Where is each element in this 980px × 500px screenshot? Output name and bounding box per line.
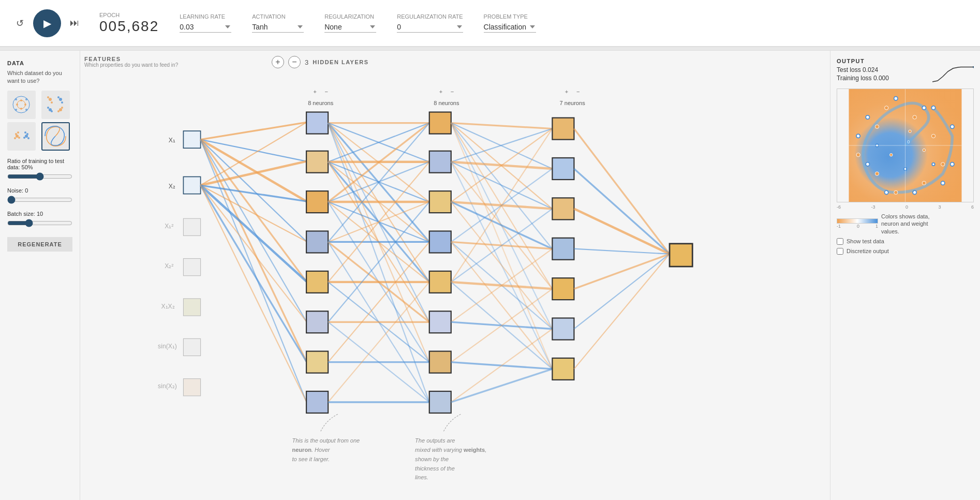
feat-x2-box[interactable]	[183, 177, 200, 194]
svg-point-24	[18, 137, 20, 139]
layer3-count: 7 neurons	[560, 100, 586, 106]
svg-line-112	[451, 369, 553, 402]
l1-n6[interactable]	[306, 311, 328, 333]
svg-point-13	[59, 108, 62, 111]
activation-select[interactable]: ReLUTanhSigmoidLinear	[252, 22, 304, 33]
l2-n1[interactable]	[429, 112, 451, 134]
l1-n3[interactable]	[306, 191, 328, 213]
svg-point-148	[913, 190, 916, 194]
svg-point-142	[922, 106, 926, 110]
reg-rate-select[interactable]: 00.0010.0030.010.030.10.31310	[397, 22, 463, 33]
svg-point-2	[15, 98, 17, 100]
feat-x1sq-box[interactable]	[183, 218, 200, 236]
svg-point-7	[20, 108, 22, 110]
l3-n2[interactable]	[552, 158, 574, 180]
l3-n7[interactable]	[552, 358, 574, 380]
svg-line-103	[451, 129, 553, 282]
l3-n1[interactable]	[552, 118, 574, 140]
svg-point-25	[14, 137, 16, 139]
feat-sinx2-box[interactable]	[183, 379, 200, 396]
svg-point-152	[931, 106, 935, 110]
main-layout: DATA Which dataset do you want to use?	[0, 51, 980, 500]
reg-rate-group: Regularization rate 00.0010.0030.010.030…	[397, 13, 463, 33]
dataset-grid	[7, 91, 72, 151]
svg-point-135	[922, 181, 926, 185]
ratio-label: Ratio of training to test data: 50%	[7, 158, 72, 170]
l1-n2[interactable]	[306, 151, 328, 173]
l1-n4[interactable]	[306, 231, 328, 253]
l2-n7[interactable]	[429, 351, 451, 373]
svg-text:This is the output from one: This is the output from one	[292, 437, 360, 444]
output-title: OUTPUT	[837, 58, 974, 64]
remove-layer-button[interactable]: −	[288, 56, 301, 68]
l2-n8[interactable]	[429, 391, 451, 413]
svg-point-31	[24, 131, 26, 134]
batch-slider[interactable]	[7, 219, 72, 227]
feat-x2-label: X₂	[169, 183, 175, 190]
show-test-checkbox[interactable]	[837, 238, 843, 245]
svg-point-151	[951, 125, 954, 128]
l3-n4[interactable]	[552, 238, 574, 260]
discretize-checkbox[interactable]	[837, 248, 843, 255]
svg-point-150	[951, 163, 954, 166]
l3-n3[interactable]	[552, 198, 574, 219]
l3-n5[interactable]	[552, 278, 574, 300]
annotation-1: This is the output from one neuron. Hove…	[292, 414, 360, 462]
feat-x1-label: X₁	[169, 137, 175, 144]
svg-point-10	[49, 98, 52, 101]
play-button[interactable]: ▶	[33, 9, 61, 37]
layer2-count: 8 neurons	[434, 100, 459, 106]
svg-point-26	[17, 131, 19, 134]
noise-slider-group: Noise: 0	[7, 187, 72, 205]
svg-line-34	[201, 140, 307, 201]
batch-label: Batch size: 10	[7, 211, 72, 217]
svg-point-155	[932, 163, 934, 166]
svg-point-144	[866, 115, 869, 119]
svg-line-104	[451, 209, 553, 282]
noise-slider[interactable]	[7, 196, 72, 204]
l2-n6[interactable]	[429, 311, 451, 333]
dataset-circle[interactable]	[7, 91, 36, 119]
regenerate-button[interactable]: REGENERATE	[7, 237, 72, 252]
feat-x1-box[interactable]	[183, 131, 200, 148]
regularization-label: Regularization	[324, 13, 376, 20]
svg-point-21	[51, 110, 53, 112]
svg-point-149	[941, 181, 945, 185]
step-button[interactable]: ⏭	[65, 14, 84, 33]
svg-point-134	[941, 163, 945, 166]
epoch-value: 005,682	[99, 18, 159, 35]
l2-n5[interactable]	[429, 271, 451, 293]
svg-line-98	[451, 202, 553, 329]
feat-x1x2-box[interactable]	[183, 299, 200, 316]
layer1-add: +	[313, 89, 316, 95]
ratio-slider[interactable]	[7, 172, 72, 181]
l1-n1[interactable]	[306, 112, 328, 134]
left-panel: DATA Which dataset do you want to use?	[0, 51, 80, 500]
svg-point-28	[26, 133, 28, 135]
l1-n5[interactable]	[306, 271, 328, 293]
l1-n8[interactable]	[306, 391, 328, 413]
learning-rate-select[interactable]: 0.000010.00010.0010.030.10.31310	[180, 22, 231, 33]
feat-x2sq-box[interactable]	[183, 259, 200, 276]
regularization-select[interactable]: NoneL1L2	[324, 22, 376, 33]
svg-point-16	[59, 98, 62, 101]
l2-n2[interactable]	[429, 151, 451, 173]
l2-n3[interactable]	[429, 191, 451, 213]
l1-n7[interactable]	[306, 351, 328, 373]
add-layer-button[interactable]: +	[272, 56, 284, 68]
problem-type-select[interactable]: ClassificationRegression	[484, 22, 536, 33]
reset-button[interactable]: ↺	[10, 14, 29, 33]
loss-section: Test loss 0.024 Training loss 0.000	[837, 66, 974, 84]
dataset-xor[interactable]	[41, 91, 70, 119]
output-neuron[interactable]	[670, 244, 692, 267]
l3-n6[interactable]	[552, 318, 574, 340]
dataset-spiral[interactable]	[41, 122, 70, 151]
problem-type-label: Problem type	[484, 13, 536, 20]
svg-point-20	[47, 107, 49, 109]
l2-n4[interactable]	[429, 231, 451, 253]
feat-sinx1-box[interactable]	[183, 339, 200, 356]
hidden-label: HIDDEN LAYERS	[313, 59, 368, 65]
dataset-gaussian[interactable]	[7, 122, 36, 151]
svg-line-76	[328, 202, 429, 322]
svg-point-14	[57, 110, 60, 112]
